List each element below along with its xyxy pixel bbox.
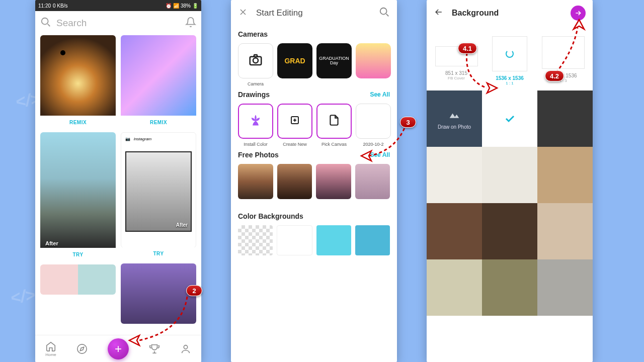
camera-tile[interactable]: Camera [238, 43, 273, 86]
photo-tile[interactable] [316, 164, 351, 199]
annotation-arrow-3 [356, 123, 412, 165]
nav-explore[interactable] [76, 343, 88, 354]
cyan-bg[interactable] [316, 225, 351, 255]
texture-tile[interactable] [482, 259, 537, 316]
install-color-tile[interactable]: Install Color [238, 104, 273, 147]
svg-marker-10 [574, 20, 584, 29]
back-icon[interactable] [434, 7, 444, 19]
search-icon[interactable] [379, 7, 390, 20]
annotation-arrow-4-1 [462, 50, 502, 98]
page-title: Background [452, 9, 562, 18]
texture-tile[interactable] [427, 203, 482, 259]
draw-on-photo-tile[interactable]: Draw on Photo [427, 90, 482, 147]
texture-tile[interactable] [537, 203, 593, 259]
svg-marker-8 [361, 151, 371, 161]
texture-selected[interactable] [482, 90, 537, 147]
plus-icon: + [115, 342, 122, 356]
page-title: Start Editing [256, 8, 371, 18]
annotation-badge-4-2: 4.2 [545, 70, 564, 81]
status-net: 0 KB/s [53, 3, 67, 9]
section-cameras: Cameras [231, 26, 397, 43]
search-row: Search [35, 11, 201, 35]
phone-start-editing: Start Editing Cameras Camera GRAD GRADUA… [231, 0, 397, 362]
nav-home[interactable]: Home [45, 341, 56, 357]
transparent-bg[interactable] [238, 225, 273, 255]
close-icon[interactable] [238, 7, 248, 19]
pick-canvas-tile[interactable]: Pick Canvas [316, 104, 352, 147]
section-drawings: Drawings [238, 90, 270, 99]
texture-tile[interactable] [427, 147, 482, 203]
annotation-arrow-2 [122, 297, 197, 359]
feed-card[interactable]: REMIX [121, 35, 196, 129]
see-all-link[interactable]: See All [370, 91, 390, 98]
svg-point-1 [77, 344, 87, 353]
section-freephotos: Free Photos [238, 151, 279, 159]
feed-card[interactable]: TRY [121, 247, 196, 260]
status-battery: 38% [181, 3, 191, 9]
create-new-tile[interactable]: Create New [277, 104, 312, 147]
blue-bg[interactable] [355, 225, 390, 255]
template-tile[interactable]: GRADUATION Day [316, 43, 352, 86]
try-label[interactable]: TRY [121, 247, 196, 260]
try-label[interactable]: TRY [40, 248, 116, 261]
texture-tile[interactable] [482, 203, 537, 259]
status-bar: 11:20 0 KB/s ⏰📶38%🔋 [35, 0, 201, 11]
feed-card[interactable]: AfterTRY [40, 132, 116, 261]
svg-point-0 [42, 18, 48, 25]
section-colorbg: Color Backgrounds [231, 208, 397, 225]
search-input[interactable]: Search [56, 18, 180, 29]
remix-label[interactable]: REMIX [121, 116, 196, 129]
notifications-icon[interactable] [185, 17, 196, 30]
search-icon[interactable] [40, 17, 51, 30]
annotation-arrow-4-2 [553, 20, 589, 77]
photo-tile[interactable] [277, 164, 312, 199]
texture-grid: Draw on Photo [427, 90, 593, 316]
texture-tile[interactable] [537, 259, 593, 316]
svg-marker-9 [487, 83, 497, 93]
status-time: 11:20 [38, 3, 51, 9]
svg-point-3 [380, 8, 387, 15]
photo-tile[interactable] [238, 164, 273, 199]
svg-point-5 [253, 58, 258, 63]
photo-tile[interactable] [355, 164, 390, 199]
feed-card[interactable] [40, 264, 116, 295]
svg-marker-7 [129, 335, 139, 345]
loading-icon [506, 50, 514, 58]
feed-card[interactable]: 📷 Instagram After [121, 132, 196, 248]
texture-tile[interactable] [537, 147, 593, 203]
template-tile[interactable] [356, 43, 391, 86]
feed-card[interactable]: REMIX [40, 35, 116, 129]
white-bg[interactable] [277, 225, 312, 255]
texture-tile[interactable] [537, 90, 593, 147]
annotation-badge-3: 3 [400, 117, 416, 128]
annotation-badge-4-1: 4.1 [458, 43, 477, 54]
annotation-badge-2: 2 [186, 285, 202, 296]
texture-tile[interactable] [482, 147, 537, 203]
header: Start Editing [231, 0, 397, 26]
texture-tile[interactable] [427, 259, 482, 316]
template-tile[interactable]: GRAD [277, 43, 312, 86]
remix-label[interactable]: REMIX [40, 116, 116, 129]
